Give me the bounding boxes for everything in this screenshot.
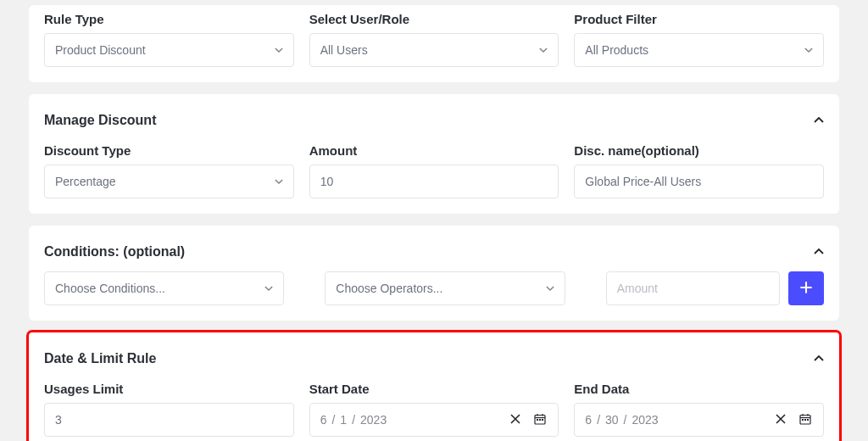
rule-type-label: Rule Type [44,12,294,26]
condition-amount-input[interactable]: Amount [606,271,780,305]
chevron-down-icon [539,46,548,54]
svg-rect-11 [802,419,804,421]
end-date-input[interactable]: 6 / 30 / 2023 [574,403,824,437]
amount-label: Amount [309,143,559,158]
choose-conditions-value: Choose Conditions... [55,282,165,295]
discount-type-label: Discount Type [44,143,294,158]
panel-manage-discount: Manage Discount Discount Type Percentage… [29,94,839,214]
product-filter-label: Product Filter [574,12,824,26]
section-header-date-limit[interactable]: Date & Limit Rule [44,341,824,370]
select-user-label: Select User/Role [309,12,559,26]
select-user-value: All Users [320,43,368,57]
discount-type-select[interactable]: Percentage [44,165,294,198]
date-limit-title: Date & Limit Rule [44,351,156,366]
usages-limit-value: 3 [55,413,62,427]
end-date-label: End Data [574,382,824,396]
end-date-day: 30 [605,413,619,427]
select-user-select[interactable]: All Users [309,33,559,67]
conditions-title: Conditions: (optional) [44,244,185,260]
panel-date-limit: Date & Limit Rule Usages Limit 3 Start D… [29,332,839,441]
amount-value: 10 [320,175,334,188]
choose-conditions-select[interactable]: Choose Conditions... [44,271,284,305]
chevron-up-icon [814,115,824,126]
chevron-down-icon [264,284,273,293]
start-date-day: 1 [340,413,347,427]
end-date-month: 6 [585,413,592,427]
disc-name-value: Global Price-All Users [585,175,701,188]
panel-rule-basics: Rule Type Product Discount Select User/R… [29,5,839,82]
clear-icon[interactable] [510,414,522,426]
amount-input[interactable]: 10 [309,165,559,198]
svg-rect-12 [804,419,806,421]
section-header-conditions[interactable]: Conditions: (optional) [44,234,824,263]
usages-limit-input[interactable]: 3 [44,403,294,437]
end-date-year: 2023 [632,413,659,427]
chevron-down-icon [275,177,283,186]
chevron-down-icon [546,284,554,293]
rule-type-select[interactable]: Product Discount [44,33,294,67]
clear-icon[interactable] [776,414,787,426]
start-date-input[interactable]: 6 / 1 / 2023 [309,403,559,437]
disc-name-input[interactable]: Global Price-All Users [574,165,824,198]
chevron-up-icon [814,354,824,364]
plus-icon [800,282,812,296]
choose-operators-value: Choose Operators... [336,282,442,295]
panel-conditions: Conditions: (optional) Choose Conditions… [29,226,839,321]
product-filter-value: All Products [585,43,648,57]
svg-rect-5 [539,419,541,421]
manage-discount-title: Manage Discount [44,113,156,128]
start-date-label: Start Date [309,382,559,396]
discount-type-value: Percentage [55,175,116,188]
start-date-year: 2023 [360,413,387,427]
usages-limit-label: Usages Limit [44,382,294,396]
calendar-icon[interactable] [799,413,813,427]
chevron-down-icon [275,46,283,54]
svg-rect-13 [807,419,809,421]
calendar-icon[interactable] [534,413,548,427]
svg-rect-4 [537,419,538,421]
disc-name-label: Disc. name(optional) [574,143,824,158]
rule-type-value: Product Discount [55,43,146,57]
section-header-manage-discount[interactable]: Manage Discount [44,103,824,131]
add-condition-button[interactable] [788,271,824,305]
choose-operators-select[interactable]: Choose Operators... [325,271,565,305]
chevron-down-icon [804,46,813,54]
condition-amount-placeholder: Amount [617,282,658,295]
product-filter-select[interactable]: All Products [574,33,824,67]
svg-rect-6 [542,419,543,421]
start-date-month: 6 [320,413,327,427]
chevron-up-icon [814,247,824,257]
